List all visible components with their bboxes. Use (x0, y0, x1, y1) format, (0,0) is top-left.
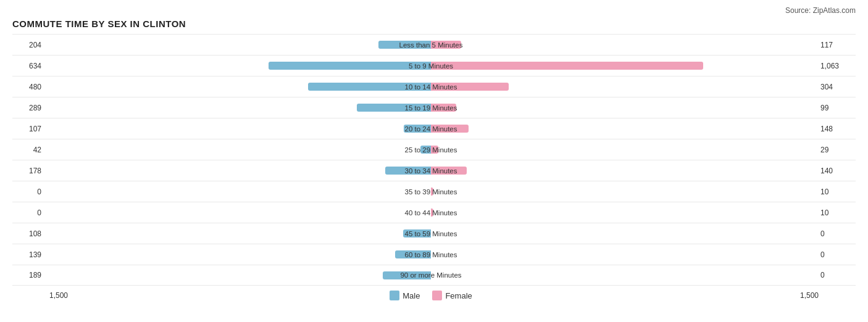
bars-wrap: 20 to 24 Minutes (46, 118, 816, 139)
legend-female: Female (432, 291, 472, 300)
bars-wrap: Less than 5 Minutes (46, 35, 816, 56)
female-value: 99 (816, 104, 856, 112)
bars-wrap: 45 to 59 Minutes (46, 223, 816, 244)
category-label: 35 to 39 Minutes (404, 188, 457, 196)
chart-row: 18990 or more Minutes0 (12, 265, 856, 286)
category-label: 25 to 29 Minutes (404, 146, 457, 154)
female-value: 0 (816, 229, 856, 238)
chart-row: 040 to 44 Minutes10 (12, 202, 856, 223)
bars-wrap: 60 to 89 Minutes (46, 244, 816, 265)
category-label: 30 to 34 Minutes (404, 167, 457, 175)
legend-female-box (432, 291, 442, 300)
female-value: 148 (816, 125, 856, 133)
male-value: 189 (12, 271, 46, 279)
female-value: 0 (816, 250, 856, 259)
male-value: 634 (12, 62, 46, 70)
bars-wrap: 35 to 39 Minutes (46, 181, 816, 202)
male-value: 0 (12, 208, 46, 217)
male-value: 107 (12, 125, 46, 133)
chart-row: 28915 to 19 Minutes99 (12, 97, 856, 118)
female-value: 29 (816, 146, 856, 154)
female-value: 117 (816, 41, 856, 49)
chart-title: COMMUTE TIME BY SEX IN CLINTON (12, 19, 856, 29)
bars-wrap: 30 to 34 Minutes (46, 160, 816, 181)
bars-wrap: 5 to 9 Minutes (46, 56, 816, 76)
male-value: 480 (12, 83, 46, 91)
male-value: 178 (12, 167, 46, 175)
category-label: 20 to 24 Minutes (404, 125, 457, 133)
bars-wrap: 40 to 44 Minutes (46, 202, 816, 223)
chart-row: 204Less than 5 Minutes117 (12, 34, 856, 55)
legend-male-box (390, 291, 399, 300)
female-value: 140 (816, 167, 856, 175)
category-label: 10 to 14 Minutes (404, 83, 457, 91)
legend: Male Female (390, 291, 472, 300)
source-line: Source: ZipAtlas.com (12, 6, 856, 15)
bars-wrap: 15 to 19 Minutes (46, 97, 816, 118)
female-value: 0 (816, 271, 856, 279)
category-label: 45 to 59 Minutes (404, 230, 457, 237)
female-value: 304 (816, 83, 856, 91)
legend-male: Male (390, 291, 420, 300)
category-label: 40 to 44 Minutes (404, 209, 457, 217)
chart-row: 035 to 39 Minutes10 (12, 181, 856, 202)
male-value: 289 (12, 104, 46, 112)
chart-area: 204Less than 5 Minutes1176345 to 9 Minut… (12, 34, 856, 286)
female-value: 10 (816, 208, 856, 217)
legend-male-label: Male (403, 291, 420, 300)
chart-row: 48010 to 14 Minutes304 (12, 76, 856, 97)
category-label: 90 or more Minutes (400, 271, 461, 279)
male-value: 108 (12, 229, 46, 238)
chart-row: 10845 to 59 Minutes0 (12, 223, 856, 244)
male-value: 42 (12, 146, 46, 154)
chart-row: 17830 to 34 Minutes140 (12, 160, 856, 181)
axis-label-right: 1,500 (775, 291, 819, 300)
bars-wrap: 25 to 29 Minutes (46, 139, 816, 160)
category-label: 60 to 89 Minutes (404, 251, 457, 258)
male-value: 204 (12, 41, 46, 49)
bars-wrap: 10 to 14 Minutes (46, 76, 816, 97)
category-label: Less than 5 Minutes (399, 41, 463, 49)
legend-female-label: Female (445, 291, 472, 300)
category-label: 5 to 9 Minutes (409, 62, 453, 70)
male-value: 0 (12, 188, 46, 196)
axis-label-left: 1,500 (49, 291, 86, 300)
female-value: 1,063 (816, 62, 856, 70)
bars-wrap: 90 or more Minutes (46, 265, 816, 286)
female-value: 10 (816, 188, 856, 196)
chart-row: 13960 to 89 Minutes0 (12, 244, 856, 265)
male-value: 139 (12, 250, 46, 259)
category-label: 15 to 19 Minutes (404, 104, 457, 112)
chart-row: 4225 to 29 Minutes29 (12, 139, 856, 160)
chart-row: 6345 to 9 Minutes1,063 (12, 55, 856, 76)
chart-row: 10720 to 24 Minutes148 (12, 118, 856, 139)
